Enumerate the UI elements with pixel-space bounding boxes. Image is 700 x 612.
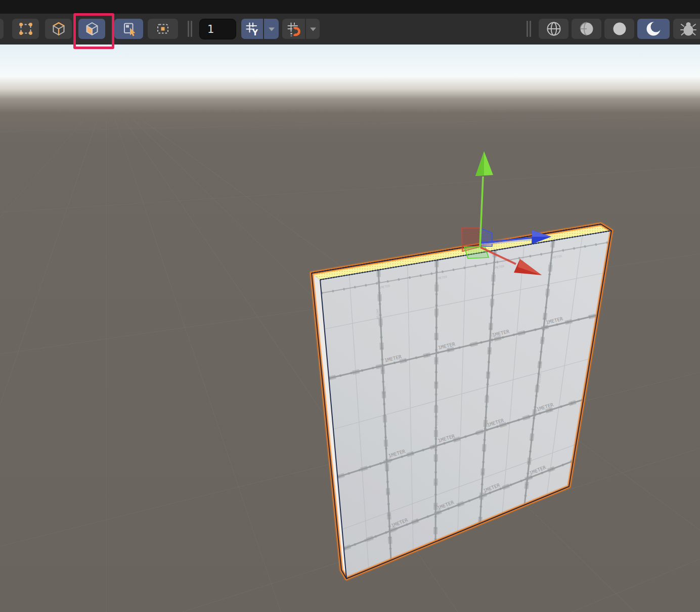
sphere-unlit-icon bbox=[610, 19, 629, 38]
debug-shading-button[interactable] bbox=[673, 19, 700, 39]
svg-text:Y: Y bbox=[252, 28, 258, 37]
face-select-button[interactable] bbox=[78, 19, 105, 39]
svg-text:1METER: 1METER bbox=[490, 332, 494, 343]
bug-icon bbox=[679, 19, 698, 38]
svg-text:1METER: 1METER bbox=[383, 386, 387, 397]
sphere-shaded-icon bbox=[643, 19, 664, 39]
magnet-snap-icon bbox=[285, 20, 302, 37]
toolbar-divider bbox=[188, 21, 189, 37]
sphere-flat-wire-icon bbox=[577, 19, 596, 38]
shading-shaded-button[interactable] bbox=[637, 19, 670, 39]
face-select-icon bbox=[83, 20, 101, 37]
app-window: 1METER 1METER 1METER 1METER 1METER 1METE… bbox=[0, 0, 700, 612]
object-select-button[interactable] bbox=[114, 19, 143, 39]
box-select-center-button[interactable] bbox=[148, 19, 178, 39]
edge-select-button[interactable] bbox=[45, 19, 72, 39]
main-toolbar: Y bbox=[0, 0, 700, 45]
sphere-wireframe-icon bbox=[544, 19, 563, 38]
svg-text:1METER: 1METER bbox=[376, 309, 380, 320]
vertex-select-icon bbox=[17, 20, 34, 37]
viewport-3d[interactable]: 1METER 1METER 1METER 1METER 1METER 1METE… bbox=[0, 0, 700, 612]
edge-select-icon bbox=[50, 20, 67, 37]
magnet-snap-button[interactable] bbox=[282, 19, 305, 39]
box-select-center-icon bbox=[154, 20, 171, 37]
grid-size-input[interactable] bbox=[199, 19, 236, 39]
grid-snap-button[interactable]: Y bbox=[241, 19, 263, 39]
shading-flat-wire-button[interactable] bbox=[572, 19, 601, 39]
vertex-select-button[interactable] bbox=[12, 19, 39, 39]
grid-snap-y-icon: Y bbox=[244, 20, 261, 37]
toolbar-divider bbox=[527, 21, 528, 37]
dropdown-arrow-icon bbox=[308, 24, 318, 34]
shading-wireframe-button[interactable] bbox=[539, 19, 568, 39]
toolbar-divider bbox=[530, 21, 531, 37]
object-select-cursor-icon bbox=[120, 20, 138, 37]
clipped-edge-button[interactable] bbox=[0, 19, 4, 39]
dropdown-arrow-icon bbox=[267, 24, 277, 34]
magnet-snap-dropdown[interactable] bbox=[306, 19, 320, 39]
grid-snap-dropdown[interactable] bbox=[264, 19, 279, 39]
toolbar-divider bbox=[191, 21, 192, 37]
svg-text:1METER: 1METER bbox=[435, 415, 439, 426]
shading-unlit-button[interactable] bbox=[604, 19, 634, 39]
